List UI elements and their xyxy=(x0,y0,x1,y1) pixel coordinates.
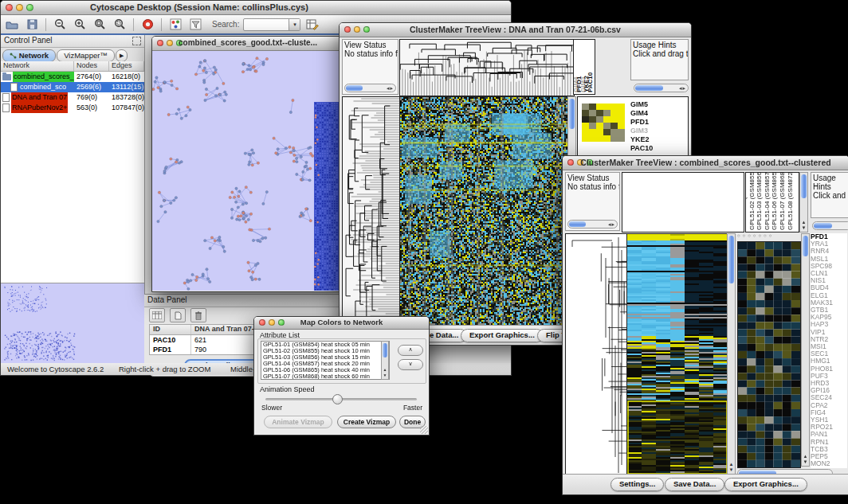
zoom-in-icon[interactable] xyxy=(72,18,88,32)
network-row[interactable]: DNA and Tran 07 769(0) 183728(0) xyxy=(1,92,144,103)
zoom-heatmap-cell[interactable] xyxy=(603,110,610,116)
zoom-heatmap-cell[interactable] xyxy=(589,129,596,135)
resize-grip[interactable] xyxy=(420,426,428,434)
zoom-heatmap-cell[interactable] xyxy=(603,116,610,123)
open-file-button[interactable] xyxy=(4,18,20,32)
zoom-heatmap-cell[interactable] xyxy=(618,104,625,110)
heatmap-global[interactable] xyxy=(626,233,728,476)
gene-list-vscrollbar[interactable]: ▲▼ xyxy=(801,233,810,467)
zoomview-hscrollbar[interactable]: ◂▸ xyxy=(634,84,689,92)
treeview-dna-titlebar[interactable]: ClusterMaker TreeView : DNA and Tran 07-… xyxy=(340,23,691,37)
column-labels-vscrollbar[interactable]: ▲▼ xyxy=(799,172,808,232)
list-item[interactable]: GPL51-04 (GSM857) xyxy=(764,172,771,230)
network-graph-canvas[interactable] xyxy=(152,51,342,291)
zoom-heatmap-cell[interactable] xyxy=(596,104,603,110)
zoom-heatmap-cell[interactable] xyxy=(603,135,610,142)
row-dendrogram[interactable] xyxy=(565,233,628,476)
view-status-hscrollbar[interactable]: ◂▸ xyxy=(344,84,396,92)
save-button[interactable] xyxy=(24,18,40,32)
maximize-button[interactable] xyxy=(26,4,33,11)
zoomview-hscrollbar[interactable] xyxy=(812,221,848,230)
zoom-heatmap-cell[interactable] xyxy=(582,110,589,116)
list-item[interactable]: PAC10 xyxy=(630,144,653,153)
heatmap-vscrollbar[interactable]: ▲▼ xyxy=(727,233,736,475)
heatmap-global[interactable] xyxy=(399,96,568,327)
zoom-heatmap-cell[interactable] xyxy=(596,129,603,135)
zoom-heatmap-cell[interactable] xyxy=(582,116,589,123)
list-item[interactable]: GPL51-03 (GSM856) xyxy=(756,172,763,230)
network-row-selected[interactable]: combined_sco 2569(6) 13112(15) xyxy=(1,82,144,92)
animate-vizmap-button[interactable]: Animate Vizmap xyxy=(264,416,332,428)
attribute-editor-icon[interactable] xyxy=(304,18,320,32)
list-item[interactable]: GPL51-06 (GSM865) xyxy=(771,172,778,230)
zoom-heatmap-cell[interactable] xyxy=(610,135,618,142)
search-input[interactable]: ▾ xyxy=(243,18,300,31)
list-item[interactable]: GPL51-07 (GSM868) heat shock 60 min xyxy=(263,373,389,380)
zoom-heatmap-cell[interactable] xyxy=(589,110,596,116)
zoom-fit-icon[interactable] xyxy=(92,18,108,32)
float-panel-icon[interactable] xyxy=(132,37,141,45)
zoom-heatmap-cell[interactable] xyxy=(610,110,618,116)
delete-attribute-icon[interactable] xyxy=(190,308,206,322)
zoom-heatmap-cell[interactable] xyxy=(589,123,596,129)
zoom-heatmap-cell[interactable] xyxy=(589,104,596,110)
select-attributes-icon[interactable] xyxy=(149,308,165,322)
tab-vizmapper[interactable]: VizMapper™ xyxy=(57,49,115,62)
attribute-list-vscrollbar[interactable]: ▲▼ xyxy=(381,341,389,380)
tab-overflow-arrow[interactable]: ▶ xyxy=(116,49,128,62)
export-graphics-button[interactable]: Export Graphics... xyxy=(461,329,544,342)
main-titlebar[interactable]: Cytoscape Desktop (Session Name: collins… xyxy=(1,1,511,15)
zoom-heatmap-cell[interactable] xyxy=(589,135,596,142)
minimize-button[interactable] xyxy=(16,4,23,11)
zoom-heatmap-cell[interactable] xyxy=(618,116,625,123)
zoom-heatmap-cell[interactable] xyxy=(610,123,618,129)
zoom-heatmap-cell[interactable] xyxy=(596,116,603,123)
zoom-heatmap[interactable] xyxy=(737,241,801,468)
network-titlebar[interactable]: combined_scores_good.txt--cluste... xyxy=(152,37,344,51)
zoom-heatmap-cell[interactable] xyxy=(618,135,625,142)
birdseye-view[interactable] xyxy=(1,283,144,363)
network-row[interactable]: combined_scores_ 2764(0) 16218(0) xyxy=(1,72,144,82)
zoom-heatmap-cell[interactable] xyxy=(618,123,625,129)
tab-network[interactable]: Network xyxy=(2,49,56,62)
zoom-heatmap-cell[interactable] xyxy=(603,123,610,129)
list-item[interactable]: GPL51-01 (GSM854) xyxy=(745,172,748,230)
zoom-heatmap-cell[interactable] xyxy=(596,110,603,116)
zoom-out-icon[interactable] xyxy=(52,18,68,32)
zoom-heatmap-cell[interactable] xyxy=(610,104,618,110)
list-item[interactable]: GIM3 xyxy=(630,127,653,135)
move-down-button[interactable]: ∨ xyxy=(398,359,423,370)
row-dendrogram[interactable] xyxy=(342,96,401,327)
list-item[interactable]: GIM5 xyxy=(630,100,653,109)
list-item[interactable]: GPL51-07 (GSM868) xyxy=(779,172,786,230)
zoom-heatmap-cell[interactable] xyxy=(582,135,589,142)
list-item[interactable]: MON2 xyxy=(811,460,847,467)
filter-icon[interactable] xyxy=(187,18,203,32)
zoom-heatmap-cell[interactable] xyxy=(596,135,603,142)
network-row[interactable]: RNAPuberNov2+ 563(0) 107847(0) xyxy=(1,103,144,113)
zoom-heatmap[interactable] xyxy=(582,104,625,142)
list-item[interactable]: GIM4 xyxy=(630,109,653,118)
zoom-heatmap-cell[interactable] xyxy=(610,116,618,123)
zoom-heatmap-cell[interactable] xyxy=(582,104,589,110)
zoom-heatmap-cell[interactable] xyxy=(618,129,625,135)
list-item[interactable]: PAC10 xyxy=(587,39,594,92)
zoom-heatmap-cell[interactable] xyxy=(582,123,589,129)
treeview-combined-titlebar[interactable]: ClusterMaker TreeView : combined_scores_… xyxy=(563,156,848,170)
new-attribute-icon[interactable] xyxy=(170,308,186,322)
move-up-button[interactable]: ∧ xyxy=(398,345,423,356)
zoom-selected-icon[interactable] xyxy=(112,18,128,32)
zoom-heatmap-cell[interactable] xyxy=(618,110,625,116)
zoom-heatmap-cell[interactable] xyxy=(596,123,603,129)
zoom-heatmap-cell[interactable] xyxy=(603,104,610,110)
list-item[interactable]: GPL51-08 (GSM872) xyxy=(787,172,794,230)
list-item[interactable]: GPL51-02 (GSM855) xyxy=(748,172,756,230)
list-item[interactable]: YKE2 xyxy=(630,135,653,144)
settings-button[interactable]: Settings... xyxy=(610,478,664,491)
save-data-button[interactable]: Save Data... xyxy=(665,478,724,491)
search-dropdown-arrow[interactable]: ▾ xyxy=(289,19,300,30)
create-vizmap-button[interactable]: Create Vizmap xyxy=(337,416,396,428)
dialog-titlebar[interactable]: Map Colors to Network xyxy=(254,317,429,330)
view-status-hscrollbar[interactable]: ◂▸ xyxy=(567,220,618,229)
zoom-heatmap-cell[interactable] xyxy=(589,116,596,123)
